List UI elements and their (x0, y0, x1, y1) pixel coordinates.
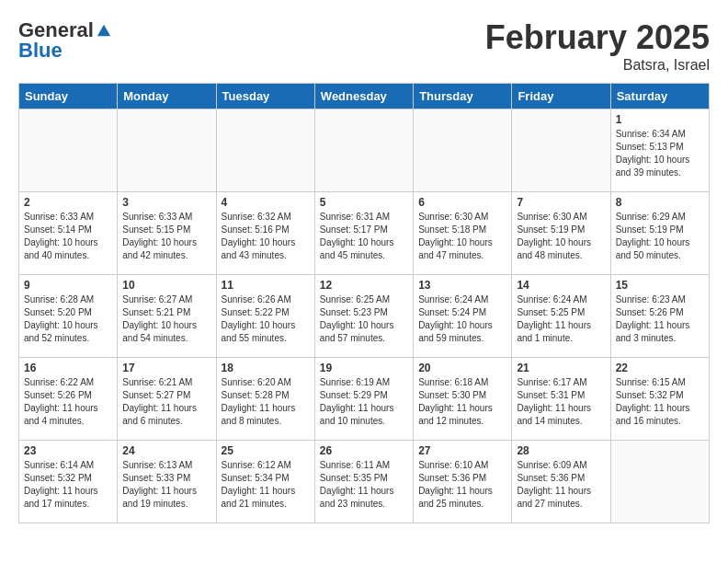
day-info: Sunrise: 6:33 AM Sunset: 5:15 PM Dayligh… (122, 211, 210, 262)
calendar-cell (610, 441, 709, 523)
day-info: Sunrise: 6:24 AM Sunset: 5:24 PM Dayligh… (418, 293, 506, 345)
calendar-cell: 19Sunrise: 6:19 AM Sunset: 5:29 PM Dayli… (314, 358, 413, 441)
calendar-cell: 8Sunrise: 6:29 AM Sunset: 5:19 PM Daylig… (610, 192, 709, 275)
day-number: 1 (616, 113, 704, 126)
day-info: Sunrise: 6:09 AM Sunset: 5:36 PM Dayligh… (517, 459, 605, 511)
day-number: 23 (24, 444, 112, 457)
calendar-cell: 11Sunrise: 6:26 AM Sunset: 5:22 PM Dayli… (216, 275, 314, 358)
calendar-cell: 13Sunrise: 6:24 AM Sunset: 5:24 PM Dayli… (414, 275, 512, 358)
page-header: General Blue February 2025 Batsra, Israe… (18, 18, 710, 74)
day-info: Sunrise: 6:11 AM Sunset: 5:35 PM Dayligh… (320, 459, 408, 511)
calendar-week-row: 9Sunrise: 6:28 AM Sunset: 5:20 PM Daylig… (19, 275, 710, 358)
calendar-cell: 9Sunrise: 6:28 AM Sunset: 5:20 PM Daylig… (19, 275, 118, 358)
calendar-table: SundayMondayTuesdayWednesdayThursdayFrid… (18, 83, 710, 523)
day-info: Sunrise: 6:23 AM Sunset: 5:26 PM Dayligh… (616, 293, 704, 345)
logo: General Blue (18, 18, 112, 63)
day-info: Sunrise: 6:28 AM Sunset: 5:20 PM Dayligh… (24, 293, 112, 345)
day-number: 13 (418, 279, 506, 292)
day-info: Sunrise: 6:30 AM Sunset: 5:19 PM Dayligh… (517, 211, 605, 262)
svg-marker-0 (97, 25, 110, 37)
weekday-header: Monday (118, 84, 216, 109)
day-info: Sunrise: 6:26 AM Sunset: 5:22 PM Dayligh… (222, 293, 310, 345)
day-number: 27 (418, 444, 506, 457)
title-block: February 2025 Batsra, Israel (485, 18, 710, 74)
calendar-cell: 15Sunrise: 6:23 AM Sunset: 5:26 PM Dayli… (610, 275, 709, 358)
calendar-cell: 22Sunrise: 6:15 AM Sunset: 5:32 PM Dayli… (610, 358, 709, 441)
day-info: Sunrise: 6:30 AM Sunset: 5:18 PM Dayligh… (418, 211, 506, 262)
calendar-cell: 12Sunrise: 6:25 AM Sunset: 5:23 PM Dayli… (314, 275, 413, 358)
day-info: Sunrise: 6:19 AM Sunset: 5:29 PM Dayligh… (320, 376, 408, 428)
calendar-cell: 2Sunrise: 6:33 AM Sunset: 5:14 PM Daylig… (19, 192, 118, 275)
day-info: Sunrise: 6:22 AM Sunset: 5:26 PM Dayligh… (24, 376, 112, 428)
calendar-cell: 5Sunrise: 6:31 AM Sunset: 5:17 PM Daylig… (314, 192, 413, 275)
weekday-header: Friday (512, 84, 610, 109)
day-info: Sunrise: 6:15 AM Sunset: 5:32 PM Dayligh… (616, 376, 704, 428)
calendar-cell: 26Sunrise: 6:11 AM Sunset: 5:35 PM Dayli… (314, 441, 413, 523)
calendar-subtitle: Batsra, Israel (485, 57, 710, 74)
day-info: Sunrise: 6:32 AM Sunset: 5:16 PM Dayligh… (222, 211, 310, 262)
day-info: Sunrise: 6:24 AM Sunset: 5:25 PM Dayligh… (517, 293, 605, 345)
day-info: Sunrise: 6:13 AM Sunset: 5:33 PM Dayligh… (122, 459, 210, 511)
calendar-cell: 7Sunrise: 6:30 AM Sunset: 5:19 PM Daylig… (512, 192, 610, 275)
calendar-cell: 14Sunrise: 6:24 AM Sunset: 5:25 PM Dayli… (512, 275, 610, 358)
calendar-cell: 27Sunrise: 6:10 AM Sunset: 5:36 PM Dayli… (414, 441, 512, 523)
day-number: 25 (222, 444, 310, 457)
weekday-header: Wednesday (314, 84, 413, 109)
day-number: 6 (418, 196, 506, 209)
calendar-cell: 28Sunrise: 6:09 AM Sunset: 5:36 PM Dayli… (512, 441, 610, 523)
weekday-header: Sunday (19, 84, 118, 109)
weekday-header: Saturday (610, 84, 709, 109)
day-info: Sunrise: 6:33 AM Sunset: 5:14 PM Dayligh… (24, 211, 112, 262)
day-number: 11 (222, 279, 310, 292)
day-number: 19 (320, 362, 408, 374)
day-info: Sunrise: 6:25 AM Sunset: 5:23 PM Dayligh… (320, 293, 408, 345)
day-info: Sunrise: 6:34 AM Sunset: 5:13 PM Dayligh… (616, 128, 704, 179)
day-number: 12 (320, 279, 408, 292)
day-number: 8 (616, 196, 704, 209)
calendar-cell: 24Sunrise: 6:13 AM Sunset: 5:33 PM Dayli… (118, 441, 216, 523)
calendar-cell: 6Sunrise: 6:30 AM Sunset: 5:18 PM Daylig… (414, 192, 512, 275)
day-number: 22 (616, 362, 704, 374)
calendar-week-row: 1Sunrise: 6:34 AM Sunset: 5:13 PM Daylig… (19, 109, 710, 192)
calendar-cell: 20Sunrise: 6:18 AM Sunset: 5:30 PM Dayli… (414, 358, 512, 441)
calendar-cell: 21Sunrise: 6:17 AM Sunset: 5:31 PM Dayli… (512, 358, 610, 441)
day-info: Sunrise: 6:29 AM Sunset: 5:19 PM Dayligh… (616, 211, 704, 262)
day-info: Sunrise: 6:21 AM Sunset: 5:27 PM Dayligh… (122, 376, 210, 428)
weekday-header: Thursday (414, 84, 512, 109)
calendar-cell: 3Sunrise: 6:33 AM Sunset: 5:15 PM Daylig… (118, 192, 216, 275)
calendar-cell (314, 109, 413, 192)
calendar-cell (118, 109, 216, 192)
calendar-cell (512, 109, 610, 192)
day-info: Sunrise: 6:12 AM Sunset: 5:34 PM Dayligh… (222, 459, 310, 511)
day-number: 21 (517, 362, 605, 374)
calendar-cell: 17Sunrise: 6:21 AM Sunset: 5:27 PM Dayli… (118, 358, 216, 441)
calendar-week-row: 16Sunrise: 6:22 AM Sunset: 5:26 PM Dayli… (19, 358, 710, 441)
day-info: Sunrise: 6:27 AM Sunset: 5:21 PM Dayligh… (122, 293, 210, 345)
weekday-header: Tuesday (216, 84, 314, 109)
calendar-cell: 10Sunrise: 6:27 AM Sunset: 5:21 PM Dayli… (118, 275, 216, 358)
calendar-cell (216, 109, 314, 192)
calendar-cell (414, 109, 512, 192)
day-info: Sunrise: 6:14 AM Sunset: 5:32 PM Dayligh… (24, 459, 112, 511)
calendar-cell (19, 109, 118, 192)
logo-blue-text: Blue (18, 39, 63, 63)
calendar-cell: 4Sunrise: 6:32 AM Sunset: 5:16 PM Daylig… (216, 192, 314, 275)
weekday-header-row: SundayMondayTuesdayWednesdayThursdayFrid… (19, 84, 710, 109)
day-number: 5 (320, 196, 408, 209)
day-number: 2 (24, 196, 112, 209)
day-number: 24 (122, 444, 210, 457)
day-number: 9 (24, 279, 112, 292)
day-number: 16 (24, 362, 112, 374)
day-number: 20 (418, 362, 506, 374)
day-info: Sunrise: 6:20 AM Sunset: 5:28 PM Dayligh… (222, 376, 310, 428)
calendar-cell: 18Sunrise: 6:20 AM Sunset: 5:28 PM Dayli… (216, 358, 314, 441)
day-number: 15 (616, 279, 704, 292)
calendar-title: February 2025 (485, 18, 710, 57)
day-number: 26 (320, 444, 408, 457)
day-number: 10 (122, 279, 210, 292)
logo-icon (96, 22, 112, 39)
calendar-week-row: 23Sunrise: 6:14 AM Sunset: 5:32 PM Dayli… (19, 441, 710, 523)
day-number: 18 (222, 362, 310, 374)
calendar-cell: 25Sunrise: 6:12 AM Sunset: 5:34 PM Dayli… (216, 441, 314, 523)
day-info: Sunrise: 6:10 AM Sunset: 5:36 PM Dayligh… (418, 459, 506, 511)
